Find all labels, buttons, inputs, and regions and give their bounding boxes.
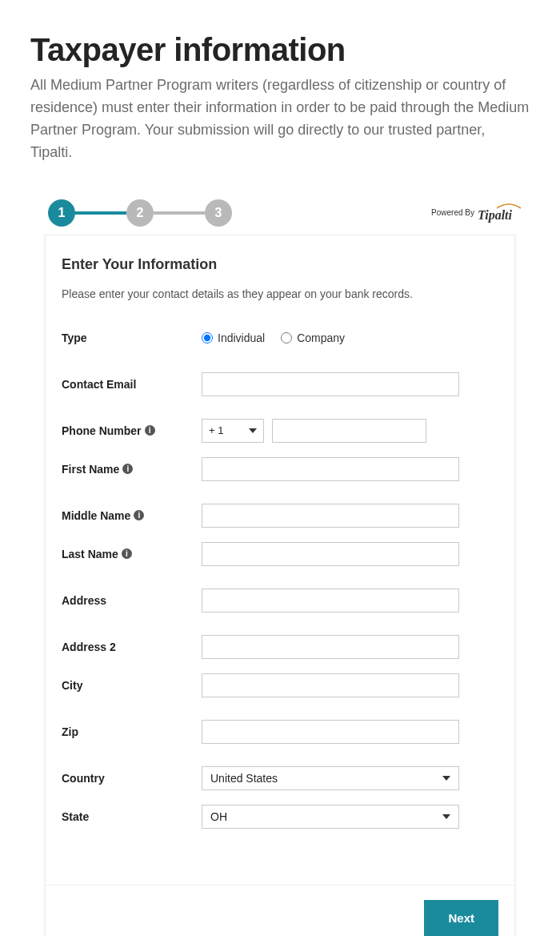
step-line-1-2 <box>75 211 126 215</box>
label-state: State <box>62 810 202 823</box>
powered-by: Powered By Tipalti <box>431 203 512 223</box>
radio-individual[interactable]: Individual <box>202 331 265 344</box>
state-select[interactable]: OH <box>202 805 459 829</box>
powered-by-label: Powered By <box>431 208 474 217</box>
page-title: Taxpayer information <box>30 32 530 68</box>
step-1: 1 <box>48 199 75 227</box>
phone-cc-value: + 1 <box>209 424 223 436</box>
step-line-2-3 <box>154 211 205 215</box>
label-zip: Zip <box>62 725 202 738</box>
stepper-bar: 1 2 3 Powered By Tipalti <box>30 188 530 235</box>
tipalti-swoosh-icon <box>497 203 521 209</box>
label-phone: Phone Number i <box>62 424 202 437</box>
radio-company-label: Company <box>297 331 345 344</box>
label-country: Country <box>62 772 202 785</box>
label-middle-name: Middle Name i <box>62 509 202 522</box>
tipalti-logo: Tipalti <box>478 203 512 223</box>
zip-input[interactable] <box>202 720 459 744</box>
country-value: United States <box>210 772 278 785</box>
city-input[interactable] <box>202 673 459 697</box>
last-name-input[interactable] <box>202 542 459 566</box>
middle-name-input[interactable] <box>202 504 459 528</box>
info-icon: i <box>145 425 155 436</box>
label-type: Type <box>62 331 202 344</box>
label-address2: Address 2 <box>62 641 202 653</box>
state-value: OH <box>210 810 227 823</box>
label-contact-email: Contact Email <box>62 378 202 391</box>
step-2: 2 <box>126 199 154 227</box>
form-card: Enter Your Information Please enter your… <box>45 235 515 936</box>
step-3: 3 <box>205 199 232 227</box>
stepper: 1 2 3 <box>48 199 232 227</box>
country-select[interactable]: United States <box>202 766 459 790</box>
form-help: Please enter your contact details as the… <box>62 287 498 300</box>
label-last-name: Last Name i <box>62 548 202 560</box>
page-subtitle: All Medium Partner Program writers (rega… <box>30 74 530 164</box>
info-icon: i <box>122 464 133 474</box>
radio-individual-input[interactable] <box>202 332 213 343</box>
address2-input[interactable] <box>202 635 459 659</box>
label-city: City <box>62 679 202 692</box>
address-input[interactable] <box>202 589 459 613</box>
chevron-down-icon <box>442 814 450 819</box>
info-icon: i <box>134 510 144 520</box>
radio-company-input[interactable] <box>281 332 292 343</box>
phone-input[interactable] <box>272 419 426 443</box>
divider <box>46 885 514 886</box>
contact-email-input[interactable] <box>202 372 459 396</box>
type-radios: Individual Company <box>202 331 345 344</box>
next-button[interactable]: Next <box>424 900 498 936</box>
phone-country-code-select[interactable]: + 1 <box>202 419 264 443</box>
chevron-down-icon <box>442 776 450 781</box>
info-icon: i <box>122 548 132 559</box>
label-address: Address <box>62 594 202 607</box>
first-name-input[interactable] <box>202 457 459 481</box>
chevron-down-icon <box>249 428 257 433</box>
radio-company[interactable]: Company <box>281 331 345 344</box>
form-title: Enter Your Information <box>62 256 498 273</box>
label-first-name: First Name i <box>62 463 202 476</box>
radio-individual-label: Individual <box>218 331 265 344</box>
